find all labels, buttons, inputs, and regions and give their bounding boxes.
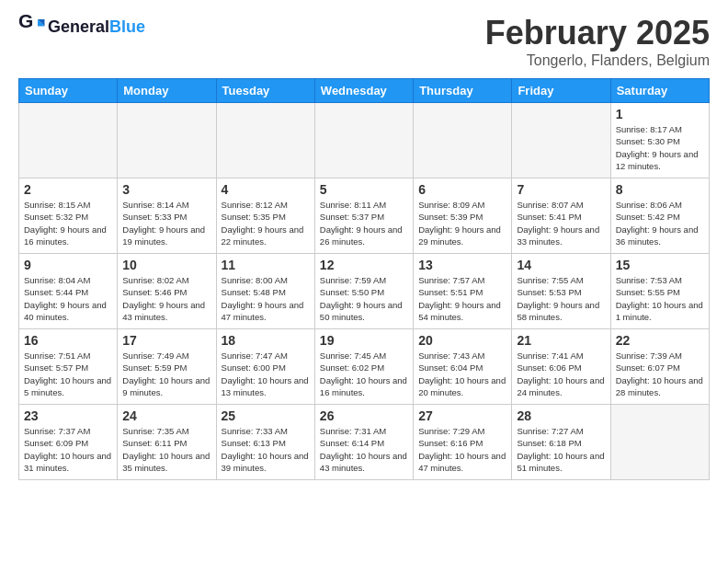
calendar-cell: 7Sunrise: 8:07 AM Sunset: 5:41 PM Daylig…: [512, 178, 610, 254]
calendar-cell: 9Sunrise: 8:04 AM Sunset: 5:44 PM Daylig…: [19, 254, 118, 329]
day-info: Sunrise: 8:11 AM Sunset: 5:37 PM Dayligh…: [320, 199, 408, 247]
calendar-week-0: 1Sunrise: 8:17 AM Sunset: 5:30 PM Daylig…: [19, 103, 710, 178]
day-number: 18: [222, 333, 310, 348]
day-number: 13: [418, 258, 506, 272]
calendar-week-3: 16Sunrise: 7:51 AM Sunset: 5:57 PM Dayli…: [19, 329, 710, 405]
calendar-cell: 15Sunrise: 7:53 AM Sunset: 5:55 PM Dayli…: [610, 254, 709, 329]
calendar-week-1: 2Sunrise: 8:15 AM Sunset: 5:32 PM Daylig…: [19, 178, 710, 254]
weekday-header-thursday: Thursday: [414, 79, 512, 103]
calendar-cell: 18Sunrise: 7:47 AM Sunset: 6:00 PM Dayli…: [216, 329, 314, 405]
day-number: 16: [24, 333, 112, 348]
day-number: 11: [222, 258, 310, 272]
page-container: G GeneralBlue February 2025 Tongerlo, Fl…: [0, 0, 728, 494]
calendar-cell: 4Sunrise: 8:12 AM Sunset: 5:35 PM Daylig…: [216, 178, 314, 254]
day-info: Sunrise: 8:14 AM Sunset: 5:33 PM Dayligh…: [122, 199, 210, 247]
day-info: Sunrise: 7:49 AM Sunset: 5:59 PM Dayligh…: [122, 350, 210, 398]
day-info: Sunrise: 7:27 AM Sunset: 6:18 PM Dayligh…: [517, 425, 605, 474]
calendar-cell: 27Sunrise: 7:29 AM Sunset: 6:16 PM Dayli…: [414, 405, 512, 480]
day-info: Sunrise: 7:53 AM Sunset: 5:55 PM Dayligh…: [616, 274, 704, 323]
calendar-cell: 25Sunrise: 7:33 AM Sunset: 6:13 PM Dayli…: [216, 405, 314, 480]
month-title: February 2025: [485, 14, 710, 52]
day-number: 21: [517, 333, 605, 348]
calendar-cell: 14Sunrise: 7:55 AM Sunset: 5:53 PM Dayli…: [512, 254, 610, 329]
weekday-header-monday: Monday: [118, 79, 216, 103]
day-info: Sunrise: 7:47 AM Sunset: 6:00 PM Dayligh…: [222, 350, 310, 398]
weekday-header-friday: Friday: [512, 79, 610, 103]
calendar-cell: 21Sunrise: 7:41 AM Sunset: 6:06 PM Dayli…: [512, 329, 610, 405]
day-number: 20: [418, 333, 506, 348]
calendar-cell: 3Sunrise: 8:14 AM Sunset: 5:33 PM Daylig…: [118, 178, 216, 254]
calendar-cell: 1Sunrise: 8:17 AM Sunset: 5:30 PM Daylig…: [610, 103, 709, 178]
day-number: 24: [122, 408, 210, 423]
calendar-week-2: 9Sunrise: 8:04 AM Sunset: 5:44 PM Daylig…: [19, 254, 710, 329]
day-info: Sunrise: 7:31 AM Sunset: 6:14 PM Dayligh…: [320, 425, 408, 474]
day-info: Sunrise: 7:37 AM Sunset: 6:09 PM Dayligh…: [24, 425, 112, 474]
logo: G GeneralBlue: [18, 14, 145, 41]
calendar-cell: 6Sunrise: 8:09 AM Sunset: 5:39 PM Daylig…: [414, 178, 512, 254]
day-info: Sunrise: 8:12 AM Sunset: 5:35 PM Dayligh…: [222, 199, 310, 247]
calendar-cell: 16Sunrise: 7:51 AM Sunset: 5:57 PM Dayli…: [19, 329, 118, 405]
calendar-table: SundayMondayTuesdayWednesdayThursdayFrid…: [18, 78, 710, 480]
day-info: Sunrise: 7:43 AM Sunset: 6:04 PM Dayligh…: [418, 350, 506, 398]
svg-text:G: G: [18, 14, 33, 31]
day-number: 6: [418, 182, 506, 197]
title-block: February 2025 Tongerlo, Flanders, Belgiu…: [485, 14, 710, 69]
calendar-cell: 19Sunrise: 7:45 AM Sunset: 6:02 PM Dayli…: [314, 329, 413, 405]
calendar-week-4: 23Sunrise: 7:37 AM Sunset: 6:09 PM Dayli…: [19, 405, 710, 480]
day-number: 12: [320, 258, 408, 272]
day-info: Sunrise: 8:04 AM Sunset: 5:44 PM Dayligh…: [24, 274, 112, 323]
day-number: 23: [24, 408, 112, 423]
day-number: 2: [24, 182, 112, 197]
calendar-cell: 12Sunrise: 7:59 AM Sunset: 5:50 PM Dayli…: [314, 254, 413, 329]
day-info: Sunrise: 7:29 AM Sunset: 6:16 PM Dayligh…: [418, 425, 506, 474]
calendar-cell: [414, 103, 512, 178]
day-info: Sunrise: 7:41 AM Sunset: 6:06 PM Dayligh…: [517, 350, 605, 398]
day-number: 17: [122, 333, 210, 348]
calendar-cell: [314, 103, 413, 178]
day-number: 27: [418, 408, 506, 423]
day-info: Sunrise: 7:39 AM Sunset: 6:07 PM Dayligh…: [616, 350, 704, 398]
day-info: Sunrise: 8:06 AM Sunset: 5:42 PM Dayligh…: [616, 199, 704, 247]
day-number: 26: [320, 408, 408, 423]
day-info: Sunrise: 7:59 AM Sunset: 5:50 PM Dayligh…: [320, 274, 408, 323]
location: Tongerlo, Flanders, Belgium: [485, 52, 710, 69]
logo-text: GeneralBlue: [48, 18, 145, 37]
calendar-cell: 17Sunrise: 7:49 AM Sunset: 5:59 PM Dayli…: [118, 329, 216, 405]
day-info: Sunrise: 7:45 AM Sunset: 6:02 PM Dayligh…: [320, 350, 408, 398]
calendar-cell: 2Sunrise: 8:15 AM Sunset: 5:32 PM Daylig…: [19, 178, 118, 254]
calendar-cell: 11Sunrise: 8:00 AM Sunset: 5:48 PM Dayli…: [216, 254, 314, 329]
calendar-cell: 10Sunrise: 8:02 AM Sunset: 5:46 PM Dayli…: [118, 254, 216, 329]
day-info: Sunrise: 8:09 AM Sunset: 5:39 PM Dayligh…: [418, 199, 506, 247]
day-number: 8: [616, 182, 704, 197]
day-number: 3: [122, 182, 210, 197]
calendar-cell: 13Sunrise: 7:57 AM Sunset: 5:51 PM Dayli…: [414, 254, 512, 329]
day-info: Sunrise: 8:15 AM Sunset: 5:32 PM Dayligh…: [24, 199, 112, 247]
calendar-cell: [512, 103, 610, 178]
day-info: Sunrise: 8:00 AM Sunset: 5:48 PM Dayligh…: [222, 274, 310, 323]
calendar-cell: 8Sunrise: 8:06 AM Sunset: 5:42 PM Daylig…: [610, 178, 709, 254]
day-info: Sunrise: 8:17 AM Sunset: 5:30 PM Dayligh…: [616, 123, 704, 172]
day-info: Sunrise: 8:07 AM Sunset: 5:41 PM Dayligh…: [517, 199, 605, 247]
day-number: 10: [122, 258, 210, 272]
page-header: G GeneralBlue February 2025 Tongerlo, Fl…: [18, 14, 710, 69]
weekday-header-saturday: Saturday: [610, 79, 709, 103]
calendar-cell: [118, 103, 216, 178]
day-info: Sunrise: 7:35 AM Sunset: 6:11 PM Dayligh…: [122, 425, 210, 474]
weekday-header-row: SundayMondayTuesdayWednesdayThursdayFrid…: [19, 79, 710, 103]
day-number: 9: [24, 258, 112, 272]
calendar-cell: 23Sunrise: 7:37 AM Sunset: 6:09 PM Dayli…: [19, 405, 118, 480]
calendar-cell: [610, 405, 709, 480]
weekday-header-wednesday: Wednesday: [314, 79, 413, 103]
day-number: 1: [616, 107, 704, 121]
day-number: 4: [222, 182, 310, 197]
calendar-cell: [216, 103, 314, 178]
day-number: 15: [616, 258, 704, 272]
day-number: 25: [222, 408, 310, 423]
day-number: 7: [517, 182, 605, 197]
weekday-header-sunday: Sunday: [19, 79, 118, 103]
calendar-cell: 20Sunrise: 7:43 AM Sunset: 6:04 PM Dayli…: [414, 329, 512, 405]
calendar-cell: 5Sunrise: 8:11 AM Sunset: 5:37 PM Daylig…: [314, 178, 413, 254]
day-info: Sunrise: 7:33 AM Sunset: 6:13 PM Dayligh…: [222, 425, 310, 474]
calendar-cell: 22Sunrise: 7:39 AM Sunset: 6:07 PM Dayli…: [610, 329, 709, 405]
day-number: 19: [320, 333, 408, 348]
